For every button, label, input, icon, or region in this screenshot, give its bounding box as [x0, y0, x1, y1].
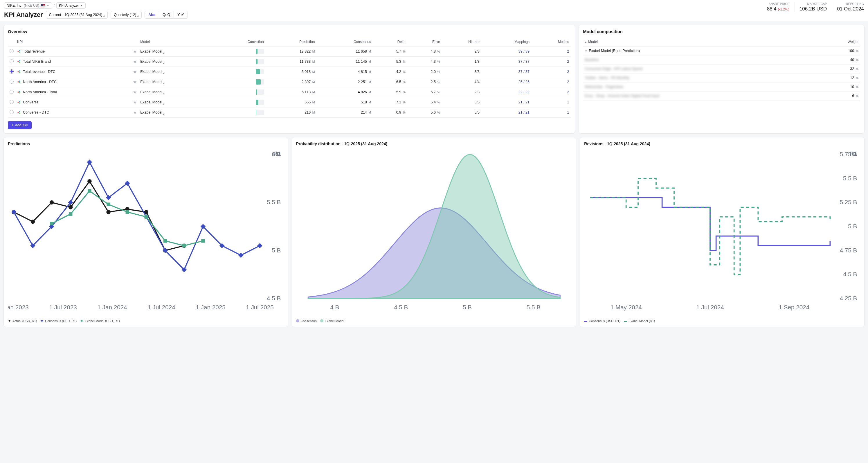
svg-text:6 B: 6 B — [272, 151, 281, 157]
model-selector[interactable]: Exabel Model ◢ — [140, 100, 211, 104]
us-flag-icon — [41, 4, 45, 7]
seg-qoq[interactable]: QoQ — [159, 11, 174, 18]
kpi-name[interactable]: North America - Total — [23, 90, 57, 94]
star-icon[interactable]: ★ — [133, 49, 137, 54]
svg-text:4.5 B: 4.5 B — [843, 271, 857, 278]
star-icon[interactable]: ★ — [133, 89, 137, 94]
table-row: ▼Exabel Model (Ratio Prediction)100 % — [583, 47, 860, 56]
model-name-redacted: Envy - Shop - Amount Index Digital Food … — [585, 94, 659, 98]
star-icon[interactable]: ★ — [133, 99, 137, 105]
table-row: Consumer Edge - KPI Latest Spend32 % — [583, 64, 860, 74]
model-selector[interactable]: Exabel Model ◢ — [140, 110, 211, 114]
breadcrumb-company[interactable]: NIKE, Inc. (NKE US) ▼ — [4, 2, 52, 9]
svg-rect-60 — [126, 210, 129, 214]
row-radio[interactable] — [9, 90, 13, 94]
mappings-link[interactable]: 37 / 37 — [519, 60, 529, 64]
model-name[interactable]: Exabel Model (Ratio Prediction) — [589, 49, 640, 53]
models-link[interactable]: 2 — [567, 70, 569, 74]
svg-rect-56 — [50, 222, 54, 225]
mappings-link[interactable]: 39 / 39 — [519, 49, 529, 53]
metric-reporting: REPORTING 01 Oct 2024 — [832, 2, 864, 12]
kpi-name[interactable]: North America - DTC — [23, 80, 57, 84]
svg-point-37 — [106, 210, 110, 214]
composition-title: Model composition — [583, 29, 860, 34]
prob-chart[interactable]: 4 B4.5 B5 B5.5 B — [296, 148, 572, 317]
svg-text:5 B: 5 B — [272, 247, 281, 254]
row-radio[interactable] — [9, 59, 13, 63]
resize-icon: ◢ — [137, 15, 138, 18]
kpi-name[interactable]: Converse — [23, 100, 39, 104]
breadcrumb: NIKE, Inc. (NKE US) ▼ / KPI Analyzer ▼ — [4, 2, 188, 9]
models-link[interactable]: 1 — [567, 110, 569, 114]
row-radio[interactable] — [9, 49, 13, 53]
mappings-link[interactable]: 25 / 25 — [519, 80, 529, 84]
table-row: Converse - DTC★Exabel Model ◢216 M214 M0… — [8, 108, 571, 118]
svg-text:1 Jul 2025: 1 Jul 2025 — [246, 304, 274, 311]
add-kpi-button[interactable]: + Add KPI — [8, 121, 32, 129]
kpi-name[interactable]: Total NIKE Brand — [23, 60, 51, 64]
revisions-chart[interactable]: R14.25 B4.5 B4.75 B5 B5.25 B5.5 B5.75 B1… — [584, 148, 860, 317]
svg-point-10 — [19, 81, 20, 82]
svg-point-2 — [19, 52, 20, 53]
mappings-link[interactable]: 22 / 22 — [519, 90, 529, 94]
svg-point-13 — [19, 91, 20, 92]
table-row: Baseline40 % — [583, 56, 860, 64]
models-link[interactable]: 1 — [567, 100, 569, 104]
star-icon[interactable]: ★ — [133, 110, 137, 115]
models-link[interactable]: 2 — [567, 60, 569, 64]
model-selector[interactable]: Exabel Model ◢ — [140, 60, 211, 64]
table-row: Total revenue★Exabel Model ◢12 322 M11 6… — [8, 47, 571, 57]
svg-text:5.5 B: 5.5 B — [267, 199, 281, 205]
star-icon[interactable]: ★ — [133, 79, 137, 84]
kpi-icon — [17, 49, 21, 53]
models-link[interactable]: 2 — [567, 80, 569, 84]
model-selector[interactable]: Exabel Model ◢ — [140, 90, 211, 94]
svg-rect-59 — [106, 202, 110, 206]
svg-point-6 — [18, 71, 19, 72]
model-selector[interactable]: Exabel Model ◢ — [140, 49, 211, 53]
predictions-chart[interactable]: R14.5 B5 B5.5 B6 B1 Jan 20231 Jul 20231 … — [8, 148, 284, 317]
row-radio[interactable] — [9, 110, 13, 114]
svg-text:5.75 B: 5.75 B — [840, 151, 857, 157]
svg-text:1 Jul 2024: 1 Jul 2024 — [148, 304, 175, 311]
prob-chart-card: Probability distribution - 1Q-2025 (31 A… — [292, 137, 577, 327]
kpi-name[interactable]: Total revenue - DTC — [23, 70, 56, 74]
svg-point-11 — [19, 82, 20, 83]
kpi-name[interactable]: Total revenue — [23, 49, 45, 53]
revisions-title: Revisions - 1Q-2025 (31 Aug 2024) — [584, 141, 860, 146]
period-selector[interactable]: Current - 1Q-2025 (31 Aug 2024)◢ — [46, 11, 108, 19]
svg-text:1 Jan 2023: 1 Jan 2023 — [8, 304, 29, 311]
charts-row: Predictions R14.5 B5 B5.5 B6 B1 Jan 2023… — [3, 137, 865, 327]
kpi-name[interactable]: Converse - DTC — [23, 110, 49, 114]
models-link[interactable]: 2 — [567, 90, 569, 94]
predictions-legend: Actual (USD, R1) Consensus (USD, R1) Exa… — [8, 319, 284, 323]
row-radio[interactable] — [9, 80, 13, 84]
row-radio[interactable] — [9, 100, 13, 104]
breadcrumb-page[interactable]: KPI Analyzer ▼ — [56, 2, 86, 9]
mappings-link[interactable]: 37 / 37 — [519, 70, 529, 74]
seg-abs[interactable]: Abs — [145, 11, 159, 18]
row-radio[interactable] — [9, 69, 13, 74]
frequency-selector[interactable]: Quarterly (12)◢ — [111, 11, 142, 19]
resize-icon: ◢ — [162, 72, 164, 75]
breadcrumb-sep: / — [54, 3, 55, 7]
chevron-right-icon[interactable]: ▶ — [585, 41, 587, 44]
revisions-chart-card: Revisions - 1Q-2025 (31 Aug 2024) R14.25… — [580, 137, 865, 327]
svg-text:5.5 B: 5.5 B — [527, 304, 540, 311]
models-link[interactable]: 2 — [567, 49, 569, 53]
seg-yoy[interactable]: YoY — [174, 11, 187, 18]
model-selector[interactable]: Exabel Model ◢ — [140, 80, 211, 84]
chevron-down-icon[interactable]: ▼ — [585, 50, 587, 53]
star-icon[interactable]: ★ — [133, 69, 137, 74]
conviction-bar — [256, 79, 264, 85]
model-name-redacted: Websimilar - Pageviews — [585, 85, 623, 89]
mappings-link[interactable]: 21 / 21 — [519, 110, 529, 114]
kpi-icon — [17, 60, 21, 64]
metric-share-price: SHARE PRICE 88.4 (-1.2%) — [762, 2, 789, 12]
svg-rect-58 — [88, 189, 91, 193]
svg-point-8 — [19, 72, 20, 73]
svg-point-7 — [19, 70, 20, 72]
model-selector[interactable]: Exabel Model ◢ — [140, 70, 211, 74]
star-icon[interactable]: ★ — [133, 59, 137, 64]
mappings-link[interactable]: 21 / 21 — [519, 100, 529, 104]
